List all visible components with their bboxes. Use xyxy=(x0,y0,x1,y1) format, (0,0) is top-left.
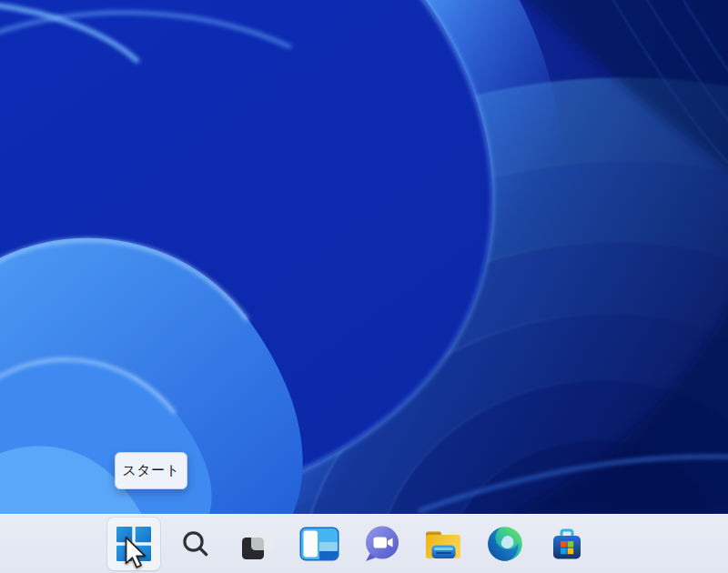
start-tooltip-label: スタート xyxy=(122,462,179,479)
mouse-cursor-arrow xyxy=(124,537,147,571)
taskbar-button-edge[interactable] xyxy=(479,518,531,570)
task-view-icon xyxy=(239,526,276,562)
taskbar-button-chat[interactable] xyxy=(355,518,408,570)
taskbar-button-store[interactable] xyxy=(541,518,593,570)
start-tooltip: スタート xyxy=(115,452,187,489)
taskbar-button-task-view[interactable] xyxy=(231,518,284,570)
taskbar-icon-row xyxy=(107,514,593,573)
edge-swirl-icon xyxy=(487,526,523,562)
store-bag-icon xyxy=(549,526,585,562)
widgets-icon xyxy=(299,527,339,561)
search-icon xyxy=(181,529,210,558)
desktop-wallpaper xyxy=(0,0,728,514)
taskbar-button-widgets[interactable] xyxy=(293,518,346,570)
folder-icon xyxy=(424,526,462,562)
taskbar-button-search[interactable] xyxy=(169,518,222,570)
taskbar xyxy=(0,514,728,573)
taskbar-button-file-explorer[interactable] xyxy=(417,518,470,570)
chat-video-icon xyxy=(363,525,400,562)
